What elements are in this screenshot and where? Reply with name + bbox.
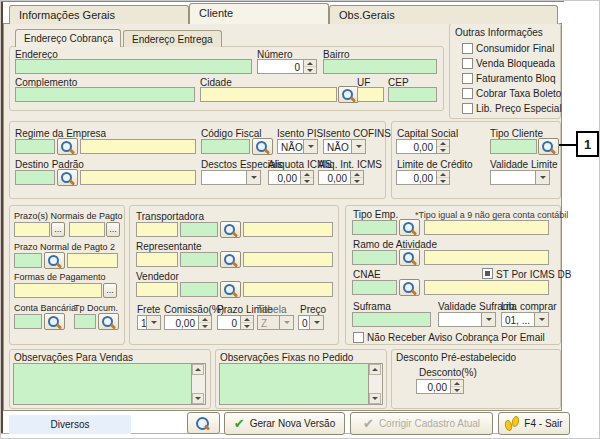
transportadora-search-button[interactable] [220, 221, 241, 238]
st-por-icms-db-checkbox[interactable] [482, 268, 493, 279]
cidade-search-button[interactable] [338, 86, 359, 103]
suframa-input[interactable] [352, 312, 431, 327]
conta-bancaria-input[interactable] [14, 314, 42, 329]
dropdown-arrow-icon[interactable] [309, 316, 323, 329]
ramo-atividade-desc-input[interactable] [424, 250, 549, 265]
transportadora-prefix-input[interactable] [136, 222, 178, 237]
consumidor-final-checkbox[interactable] [462, 43, 473, 54]
spinner-up-icon[interactable] [437, 171, 449, 178]
obs-vendas-scrollbar[interactable] [191, 364, 205, 404]
ramo-atividade-code-input[interactable] [352, 250, 397, 265]
prazo-normal-2-input[interactable] [69, 222, 105, 237]
nao-receber-aviso-checkbox[interactable] [353, 332, 364, 343]
transportadora-code-input[interactable] [180, 222, 218, 237]
cidade-input[interactable] [200, 87, 337, 102]
tab-cliente[interactable]: Cliente [189, 3, 329, 24]
scroll-up-icon[interactable] [192, 364, 204, 375]
spinner-down-icon[interactable] [351, 178, 363, 184]
f4-sair-button[interactable]: F4 - Sair [498, 412, 570, 435]
prazo-limite-spinner[interactable]: 0 [217, 315, 254, 330]
uf-input[interactable] [357, 87, 384, 102]
numero-spin-buttons[interactable] [303, 60, 316, 73]
aliq-int-icms-spinner[interactable]: 0,00 [318, 170, 364, 185]
aliquota-icms-spinner[interactable]: 0,00 [268, 170, 314, 185]
lib-comprar-select[interactable]: 01, ... [501, 312, 549, 327]
spinner-down-icon[interactable] [241, 323, 253, 329]
isento-cofins-select[interactable]: NÃO [323, 139, 366, 154]
spinner-up-icon[interactable] [351, 171, 363, 178]
transportadora-desc-input[interactable] [243, 222, 333, 237]
tipo-cliente-search-button[interactable] [538, 138, 559, 155]
tab-endereco-cobranca[interactable]: Endereço Cobrança [15, 29, 121, 47]
regime-empresa-desc-input[interactable] [80, 139, 196, 154]
dropdown-arrow-icon[interactable] [535, 171, 549, 184]
frete-select[interactable]: 1 [137, 315, 161, 330]
capital-social-spinner[interactable]: 0,00 [396, 139, 450, 154]
prazo-pagto-2-search-button[interactable] [44, 252, 65, 269]
dropdown-arrow-icon[interactable] [351, 140, 365, 153]
obs-vendas-textarea[interactable] [13, 363, 206, 405]
tp-docum-search-button[interactable] [98, 313, 119, 330]
dropdown-arrow-icon[interactable] [534, 313, 548, 326]
tp-docum-input[interactable] [74, 314, 96, 329]
spin-buttons[interactable] [350, 171, 363, 184]
representante-search-button[interactable] [220, 251, 241, 268]
scroll-down-icon[interactable] [192, 393, 204, 404]
lib-preco-especial-checkbox[interactable] [462, 103, 473, 114]
obs-pedido-textarea[interactable] [219, 363, 383, 405]
spinner-down-icon[interactable] [304, 67, 316, 73]
gerar-nova-versao-button[interactable]: ✔ Gerar Nova Versão [224, 412, 345, 435]
representante-code-input[interactable] [180, 252, 218, 267]
cobrar-taxa-boleto-checkbox[interactable] [462, 88, 473, 99]
tab-obs-gerais[interactable]: Obs.Gerais [329, 5, 558, 24]
destino-padrao-search-button[interactable] [57, 169, 78, 186]
cnae-desc-input[interactable] [424, 280, 549, 295]
spinner-down-icon[interactable] [451, 387, 463, 393]
spin-buttons[interactable] [240, 316, 253, 329]
spinner-down-icon[interactable] [301, 178, 313, 184]
validade-limite-select[interactable] [490, 170, 550, 185]
endereco-input[interactable] [15, 59, 252, 74]
spin-buttons[interactable] [300, 171, 313, 184]
formas-pagamento-ellipsis-button[interactable]: ... [103, 283, 117, 298]
cep-input[interactable] [388, 87, 437, 102]
spinner-up-icon[interactable] [241, 316, 253, 323]
tipo-cliente-input[interactable] [490, 139, 537, 154]
comissao-spinner[interactable]: 0,00 [164, 315, 212, 330]
spinner-up-icon[interactable] [437, 140, 449, 147]
vendedor-search-button[interactable] [220, 281, 241, 298]
prazo-normal-1-ellipsis-button[interactable]: ... [51, 222, 65, 237]
vendedor-code-input[interactable] [180, 282, 218, 297]
prazo-normal-1-input[interactable] [14, 222, 50, 237]
dropdown-arrow-icon[interactable] [146, 316, 160, 329]
desconto-spinner[interactable]: 0,00 [416, 379, 464, 394]
prazo-normal-2-ellipsis-button[interactable]: ... [106, 222, 120, 237]
faturamento-bloq-checkbox[interactable] [462, 73, 473, 84]
formas-pagamento-input[interactable] [14, 283, 102, 298]
obs-pedido-scrollbar[interactable] [368, 364, 382, 404]
footer-search-button[interactable] [187, 412, 220, 434]
ramo-atividade-search-button[interactable] [399, 249, 420, 266]
spin-buttons[interactable] [436, 140, 449, 153]
destino-padrao-code-input[interactable] [15, 170, 55, 185]
dropdown-arrow-icon[interactable] [246, 171, 260, 184]
destino-padrao-desc-input[interactable] [80, 170, 196, 185]
bairro-input[interactable] [323, 59, 437, 74]
spinner-down-icon[interactable] [199, 323, 211, 329]
limite-credito-spinner[interactable]: 0,00 [396, 170, 450, 185]
tab-informacoes-gerais[interactable]: Informações Gerais [9, 5, 189, 24]
spin-buttons[interactable] [436, 171, 449, 184]
dropdown-arrow-icon[interactable] [481, 313, 495, 326]
spinner-up-icon[interactable] [301, 171, 313, 178]
vendedor-desc-input[interactable] [243, 282, 333, 297]
isento-pis-select[interactable]: NÃO [277, 139, 318, 154]
dropdown-arrow-icon[interactable] [303, 140, 317, 153]
cnae-search-button[interactable] [399, 279, 420, 296]
cnae-code-input[interactable] [352, 280, 397, 295]
numero-stepper[interactable]: 0 [257, 59, 317, 74]
validade-suframa-select[interactable] [438, 312, 496, 327]
complemento-input[interactable] [15, 87, 195, 102]
vendedor-prefix-input[interactable] [136, 282, 178, 297]
spinner-up-icon[interactable] [199, 316, 211, 323]
codigo-fiscal-search-button[interactable] [252, 138, 273, 155]
